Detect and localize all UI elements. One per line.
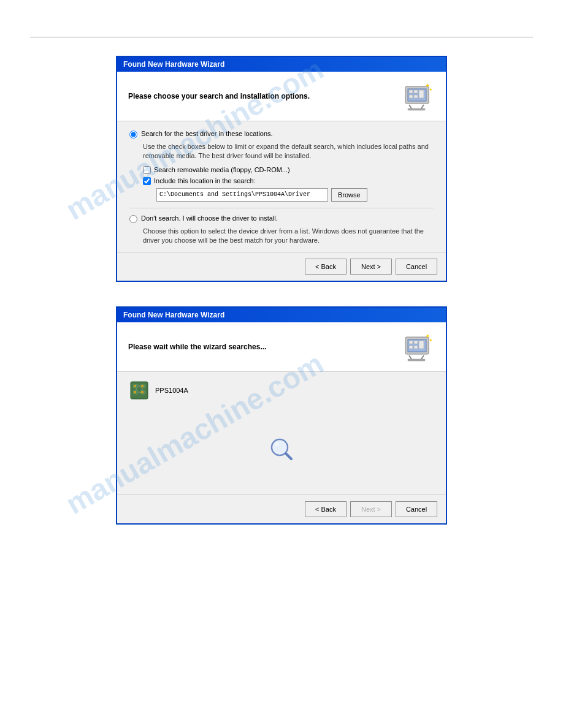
svg-rect-21 (408, 359, 425, 361)
svg-rect-31 (134, 391, 136, 393)
svg-rect-4 (409, 95, 413, 98)
dialog1-header-title: Please choose your search and installati… (128, 92, 310, 100)
page-container: manualmachine.com manualmachine.com Foun… (0, 0, 563, 728)
top-divider (30, 37, 533, 37)
svg-rect-16 (409, 346, 413, 349)
dialog2-back-button[interactable]: < Back (305, 501, 347, 517)
path-input[interactable] (156, 188, 328, 202)
dialog2-header-title: Please wait while the wizard searches... (128, 343, 266, 351)
svg-rect-14 (409, 341, 413, 344)
browse-button[interactable]: Browse (331, 188, 367, 202)
dialog1-next-button[interactable]: Next > (350, 259, 392, 275)
path-row: Browse (156, 188, 434, 202)
dialog1: Found New Hardware Wizard Please choose … (116, 56, 447, 282)
svg-line-7 (409, 105, 412, 108)
svg-rect-29 (134, 385, 136, 387)
device-row: PPS1004A (129, 381, 434, 400)
dialog2-titlebar: Found New Hardware Wizard (117, 308, 446, 322)
dialog1-cancel-button[interactable]: Cancel (396, 259, 437, 275)
radio2-option: Don't search. I will choose the driver t… (129, 214, 434, 223)
dialog2-header-icon: ✦ ✦ (403, 331, 435, 363)
checkbox1-row: Search removable media (floppy, CD-ROM..… (143, 166, 434, 174)
svg-point-39 (273, 441, 286, 454)
svg-line-37 (286, 453, 291, 459)
svg-rect-9 (408, 108, 425, 110)
checkbox1-label[interactable]: Search removable media (floppy, CD-ROM..… (154, 166, 290, 173)
radio1-label[interactable]: Search for the best driver in these loca… (141, 130, 273, 137)
checkbox2-label[interactable]: Include this location in the search: (154, 177, 256, 184)
svg-rect-18 (419, 341, 424, 349)
svg-text:✦: ✦ (429, 338, 433, 343)
svg-line-8 (421, 105, 424, 108)
dialog2-body: PPS1004A (117, 372, 446, 495)
dialog1-header: Please choose your search and installati… (117, 72, 446, 121)
checkbox1-input[interactable] (143, 166, 151, 174)
svg-point-40 (275, 442, 279, 446)
svg-rect-15 (414, 341, 418, 344)
dialog1-footer: < Back Next > Cancel (117, 252, 446, 281)
svg-rect-3 (414, 90, 418, 93)
dialog1-title: Found New Hardware Wizard (123, 60, 224, 69)
sub-options: Use the check boxes below to limit or ex… (143, 142, 434, 202)
svg-rect-5 (414, 95, 418, 98)
dialog1-header-icon: ✦ ✦ (403, 80, 435, 112)
radio1-input[interactable] (129, 131, 137, 138)
divider (129, 208, 434, 208)
radio2-desc: Choose this option to select the device … (143, 227, 434, 246)
svg-rect-2 (409, 90, 413, 93)
search-area (129, 412, 434, 486)
dialog1-back-button[interactable]: < Back (305, 259, 347, 275)
svg-rect-32 (141, 391, 144, 393)
checkbox2-row: Include this location in the search: (143, 177, 434, 185)
radio2-input[interactable] (129, 215, 137, 223)
svg-rect-17 (414, 346, 418, 349)
dialog2-footer: < Back Next > Cancel (117, 495, 446, 523)
device-name-label: PPS1004A (155, 387, 188, 394)
svg-text:✦: ✦ (429, 87, 433, 93)
circuit-board-icon (129, 381, 149, 400)
svg-line-19 (409, 355, 412, 359)
search-magnifier-icon (270, 438, 293, 461)
dialog2-title: Found New Hardware Wizard (123, 311, 224, 319)
dialog2: Found New Hardware Wizard Please wait wh… (116, 306, 447, 525)
radio2-label[interactable]: Don't search. I will choose the driver t… (141, 214, 278, 222)
checkbox2-input[interactable] (143, 177, 151, 185)
svg-rect-30 (141, 385, 144, 387)
sub-desc: Use the check boxes below to limit or ex… (143, 142, 434, 161)
dialog2-next-button[interactable]: Next > (350, 501, 392, 517)
dialog2-cancel-button[interactable]: Cancel (396, 501, 437, 517)
dialog2-header: Please wait while the wizard searches...… (117, 322, 446, 372)
dialog1-body: Search for the best driver in these loca… (117, 121, 446, 252)
radio1-option: Search for the best driver in these loca… (129, 130, 434, 138)
svg-rect-6 (419, 90, 424, 98)
dialog1-titlebar: Found New Hardware Wizard (117, 57, 446, 72)
svg-line-20 (421, 355, 424, 359)
